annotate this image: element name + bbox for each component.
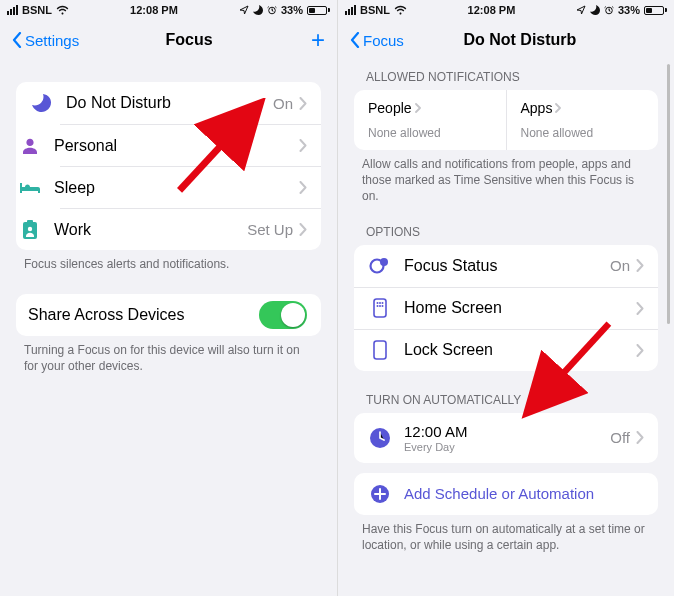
svg-point-9 <box>377 302 379 304</box>
allowed-footer: Allow calls and notifications from peopl… <box>338 150 674 205</box>
screen-focus-list: BSNL 12:08 PM 33% Settings Focus + Do No… <box>0 0 337 596</box>
row-status: On <box>610 257 630 274</box>
schedule-status: Off <box>610 429 630 446</box>
carrier: BSNL <box>360 4 390 16</box>
svg-point-13 <box>379 305 381 307</box>
focus-item-do-not-disturb[interactable]: Do Not Disturb On <box>16 82 321 124</box>
apps-value: None allowed <box>521 126 645 140</box>
row-label: Work <box>54 221 247 239</box>
page-title: Focus <box>79 31 299 49</box>
back-label: Focus <box>363 32 404 49</box>
plus-circle-icon <box>366 480 394 508</box>
people-value: None allowed <box>368 126 492 140</box>
back-label: Settings <box>25 32 79 49</box>
clock-icon <box>366 424 394 452</box>
automation-header: TURN ON AUTOMATICALLY <box>338 371 674 413</box>
add-schedule-label: Add Schedule or Automation <box>404 485 644 502</box>
svg-point-14 <box>382 305 384 307</box>
add-schedule-button[interactable]: Add Schedule or Automation <box>354 473 658 515</box>
scrollbar[interactable] <box>667 64 670 324</box>
carrier: BSNL <box>22 4 52 16</box>
options-header: OPTIONS <box>338 205 674 245</box>
svg-point-10 <box>379 302 381 304</box>
back-button[interactable]: Focus <box>350 32 404 49</box>
focus-item-work[interactable]: Work Set Up <box>60 208 321 250</box>
moon-icon <box>28 89 56 117</box>
option-focus-status[interactable]: Focus Status On <box>354 245 658 287</box>
chevron-right-icon <box>299 223 307 236</box>
status-bar: BSNL 12:08 PM 33% <box>338 0 674 20</box>
location-icon <box>239 5 249 15</box>
row-status: On <box>273 95 293 112</box>
chevron-left-icon <box>12 32 22 48</box>
svg-point-11 <box>382 302 384 304</box>
clock: 12:08 PM <box>468 4 516 16</box>
schedule-repeat: Every Day <box>404 441 610 453</box>
battery-pct: 33% <box>281 4 303 16</box>
row-label: Home Screen <box>404 299 636 317</box>
svg-rect-2 <box>27 220 33 224</box>
battery-icon <box>644 6 667 15</box>
svg-point-12 <box>377 305 379 307</box>
chevron-left-icon <box>350 32 360 48</box>
focus-item-personal[interactable]: Personal <box>60 124 321 166</box>
alarm-icon <box>604 5 614 15</box>
back-button[interactable]: Settings <box>12 32 79 49</box>
chevron-right-icon <box>299 139 307 152</box>
chevron-right-icon <box>415 103 421 113</box>
chevron-right-icon <box>636 431 644 444</box>
people-label: People <box>368 100 412 116</box>
apps-label: Apps <box>521 100 553 116</box>
status-bar: BSNL 12:08 PM 33% <box>0 0 337 20</box>
row-status: Set Up <box>247 221 293 238</box>
focus-item-sleep[interactable]: Sleep <box>60 166 321 208</box>
share-card: Share Across Devices <box>16 294 321 336</box>
add-schedule-card: Add Schedule or Automation <box>354 473 658 515</box>
chevron-right-icon <box>299 181 307 194</box>
schedule-card: 12:00 AM Every Day Off <box>354 413 658 463</box>
home-screen-icon <box>366 294 394 322</box>
chevron-right-icon <box>555 103 561 113</box>
svg-rect-15 <box>374 341 386 359</box>
wifi-icon <box>56 5 69 15</box>
schedule-time: 12:00 AM <box>404 423 610 440</box>
row-label: Personal <box>54 137 299 155</box>
cellular-bars-icon <box>7 5 18 15</box>
allowed-notifications: People None allowed Apps None allowed <box>354 90 658 150</box>
moon-icon <box>590 5 600 15</box>
allowed-header: ALLOWED NOTIFICATIONS <box>338 60 674 90</box>
cellular-bars-icon <box>345 5 356 15</box>
share-toggle[interactable] <box>259 301 307 329</box>
option-lock-screen[interactable]: Lock Screen <box>354 329 658 371</box>
apps-button[interactable]: Apps None allowed <box>506 90 659 150</box>
row-label: Focus Status <box>404 257 610 275</box>
option-home-screen[interactable]: Home Screen <box>354 287 658 329</box>
share-footer: Turning a Focus on for this device will … <box>0 336 337 374</box>
nav-bar: Settings Focus + <box>0 20 337 60</box>
people-button[interactable]: People None allowed <box>354 90 506 150</box>
clock: 12:08 PM <box>130 4 178 16</box>
chevron-right-icon <box>636 259 644 272</box>
nav-bar: Focus Do Not Disturb <box>338 20 674 60</box>
focus-list: Do Not Disturb On Personal Sleep Work Se… <box>16 82 321 250</box>
options-list: Focus Status On Home Screen Lock Screen <box>354 245 658 371</box>
screen-do-not-disturb: BSNL 12:08 PM 33% Focus Do Not Disturb A… <box>337 0 674 596</box>
row-label: Do Not Disturb <box>66 94 273 112</box>
row-label: Sleep <box>54 179 299 197</box>
schedule-row[interactable]: 12:00 AM Every Day Off <box>354 413 658 463</box>
focus-footer: Focus silences alerts and notifications. <box>0 250 337 272</box>
chevron-right-icon <box>636 344 644 357</box>
svg-point-7 <box>380 258 388 266</box>
moon-icon <box>253 5 263 15</box>
wifi-icon <box>394 5 407 15</box>
alarm-icon <box>267 5 277 15</box>
add-focus-button[interactable]: + <box>299 28 325 52</box>
location-icon <box>576 5 586 15</box>
lock-screen-icon <box>366 336 394 364</box>
person-icon <box>16 132 44 160</box>
chevron-right-icon <box>299 97 307 110</box>
automation-footer: Have this Focus turn on automatically at… <box>338 515 674 553</box>
share-across-devices-row[interactable]: Share Across Devices <box>16 294 321 336</box>
bed-icon <box>16 174 44 202</box>
chevron-right-icon <box>636 302 644 315</box>
